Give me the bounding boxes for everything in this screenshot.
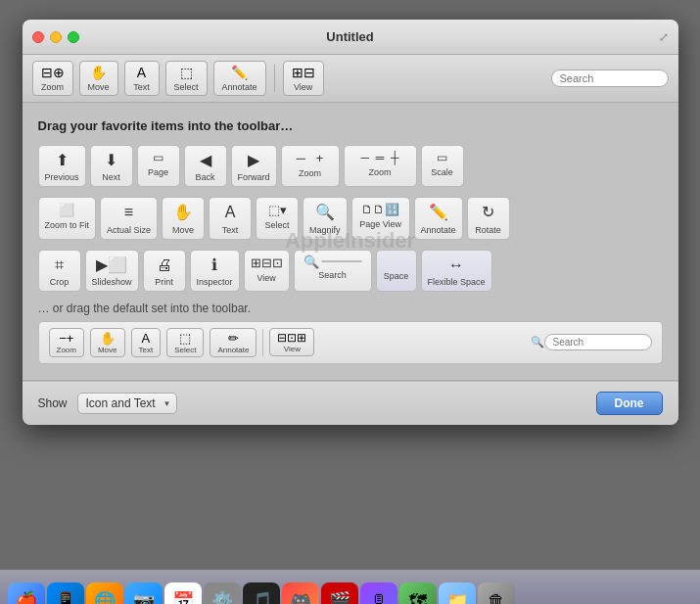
search-input[interactable]: [551, 70, 669, 87]
item-print[interactable]: 🖨 Print: [143, 250, 186, 292]
zoom-icon: ⊟⊕: [41, 65, 65, 81]
show-bar: Show Icon and Text Icon Only Text Only D…: [23, 381, 678, 425]
dock: 🍎 📱 🌐 📷 📅 ⚙️ 🎵 🎮 🎬 🎙 🗺 📁 🗑: [0, 570, 700, 604]
toolbar-separator-1: [274, 65, 275, 92]
toolbar-move-btn[interactable]: ✋ Move: [79, 61, 118, 96]
toolbar-select-btn[interactable]: ⬚ Select: [165, 61, 208, 96]
dock-icon-podcast[interactable]: 🎙: [360, 582, 397, 604]
item-crop[interactable]: ⌗ Crop: [38, 250, 81, 292]
item-inspector[interactable]: ℹ Inspector: [190, 250, 240, 292]
window-title: Untitled: [326, 29, 373, 44]
dock-icon-music[interactable]: 🎵: [243, 582, 280, 604]
titlebar: Untitled ⤢: [23, 20, 678, 55]
default-view-btn[interactable]: ⊟⊡⊞ View: [269, 328, 314, 356]
minimize-button[interactable]: [50, 31, 62, 43]
default-zoom-btn[interactable]: −+ Zoom: [49, 328, 84, 357]
expand-icon[interactable]: ⤢: [659, 30, 669, 44]
item-view2[interactable]: ⊞⊟⊡ View: [244, 250, 290, 292]
item-zoom-to-fit[interactable]: ⬜ Zoom to Fit: [38, 197, 97, 239]
dock-icon-trash[interactable]: 🗑: [478, 582, 515, 604]
zoom-fit-icon: ⬜: [59, 202, 74, 219]
default-search-input[interactable]: [544, 334, 652, 350]
toolbar-annotate-btn[interactable]: ✏️ Annotate: [213, 61, 266, 96]
item-search2[interactable]: 🔍 Search: [294, 250, 372, 292]
item-text2[interactable]: A Text: [209, 197, 252, 239]
print-icon: 🖨: [157, 255, 172, 276]
rotate-icon: ↻: [482, 202, 494, 223]
item-select2[interactable]: ⬚▾ Select: [256, 197, 299, 239]
item-magnify[interactable]: 🔍 Magnify: [303, 197, 348, 239]
item-forward[interactable]: ▶ Forward: [231, 145, 277, 187]
dock-icon-appstore[interactable]: 📱: [47, 582, 84, 604]
zoom-scale-icon: ─ ═ ┼: [361, 150, 399, 166]
d-hand-icon: ✋: [100, 331, 116, 346]
toolbar-text-btn[interactable]: A Text: [124, 61, 160, 96]
down-arrow-icon: ⬇: [105, 150, 117, 171]
default-text-btn[interactable]: A Text: [131, 328, 162, 357]
item-next[interactable]: ⬇ Next: [90, 145, 133, 187]
item-page-view[interactable]: 🗋🗋🔢 Page View: [351, 197, 410, 239]
item-back[interactable]: ◀ Back: [184, 145, 227, 187]
default-select-btn[interactable]: ⬚ Select: [166, 328, 204, 357]
default-annotate-btn[interactable]: ✏ Annotate: [210, 328, 257, 357]
default-move-btn[interactable]: ✋ Move: [90, 328, 125, 357]
item-actual-size[interactable]: ≡ Actual Size: [100, 197, 158, 239]
dock-icon-maps[interactable]: 🗺: [399, 582, 437, 604]
default-separator: [262, 329, 263, 356]
text-icon: A: [137, 65, 146, 81]
d-text-icon: A: [142, 331, 151, 346]
traffic-lights: [32, 31, 79, 43]
maximize-button[interactable]: [68, 31, 79, 43]
page-icon: ▭: [153, 150, 163, 166]
select-box-icon: ⬚▾: [268, 202, 287, 219]
annotate-label: Annotate: [222, 82, 257, 92]
annotate-pencil-icon: ✏️: [429, 202, 448, 223]
dock-icon-photos[interactable]: 🎮: [282, 582, 319, 604]
item-page[interactable]: ▭ Page: [137, 145, 180, 187]
item-rotate[interactable]: ↻ Rotate: [467, 197, 510, 239]
dock-icon-finder[interactable]: 🍎: [8, 582, 45, 604]
move-hand-icon: ✋: [173, 202, 193, 223]
separator-note: … or drag the default set into the toolb…: [38, 302, 663, 315]
show-select-wrapper[interactable]: Icon and Text Icon Only Text Only: [77, 393, 177, 414]
annotate-icon: ✏️: [231, 65, 248, 81]
toolbar-items-row1: ⬆ Previous ⬇ Next ▭ Page ◀ Back: [38, 145, 663, 187]
done-button[interactable]: Done: [596, 392, 663, 415]
inspector-icon: ℹ: [211, 255, 217, 276]
item-flexible-space[interactable]: ↔ Flexible Space: [421, 250, 492, 292]
dock-icon-video[interactable]: 🎬: [321, 582, 358, 604]
move-label: Move: [88, 82, 110, 92]
show-select[interactable]: Icon and Text Icon Only Text Only: [77, 393, 177, 414]
customize-sheet: Drag your favorite items into the toolba…: [23, 103, 678, 381]
item-zoom-out[interactable]: ─ + Zoom: [281, 145, 340, 187]
search-glass-icon: 🔍: [303, 255, 319, 269]
view-label: View: [294, 82, 312, 92]
toolbar-zoom-btn[interactable]: ⊟⊕ Zoom: [32, 61, 73, 96]
default-set-bar: −+ Zoom ✋ Move A Text ⬚ Select: [38, 321, 663, 364]
item-move2[interactable]: ✋ Move: [162, 197, 205, 239]
actual-size-icon: ≡: [124, 202, 133, 223]
dock-icon-mail[interactable]: 📷: [125, 582, 163, 604]
item-space[interactable]: Space: [376, 250, 417, 292]
dock-icon-browser[interactable]: 🌐: [86, 582, 123, 604]
space-icon: [392, 255, 401, 271]
d-zoom-icon: −+: [59, 331, 73, 346]
up-arrow-icon: ⬆: [56, 150, 69, 171]
item-zoom-scale[interactable]: ─ ═ ┼ Zoom: [344, 145, 417, 187]
item-scale[interactable]: ▭ Scale: [421, 145, 464, 187]
scale-icon: ▭: [437, 150, 447, 166]
item-annotate2[interactable]: ✏️ Annotate: [414, 197, 463, 239]
item-previous[interactable]: ⬆ Previous: [38, 145, 86, 187]
close-button[interactable]: [32, 31, 44, 43]
dock-icon-folder[interactable]: 📁: [439, 582, 476, 604]
d-view-icon: ⊟⊡⊞: [277, 331, 306, 345]
back-arrow-icon: ◀: [200, 150, 211, 171]
zoom-label: Zoom: [41, 82, 64, 92]
item-slideshow[interactable]: ▶⬜ Slideshow: [85, 250, 139, 292]
dock-icon-calendar[interactable]: 📅: [164, 582, 202, 604]
drag-title: Drag your favorite items into the toolba…: [38, 118, 663, 133]
page-view-icon: 🗋🗋🔢: [361, 202, 399, 218]
magnify-icon: 🔍: [315, 202, 335, 223]
dock-icon-settings[interactable]: ⚙️: [204, 582, 241, 604]
toolbar-view-btn[interactable]: ⊞⊟ View: [283, 61, 324, 96]
